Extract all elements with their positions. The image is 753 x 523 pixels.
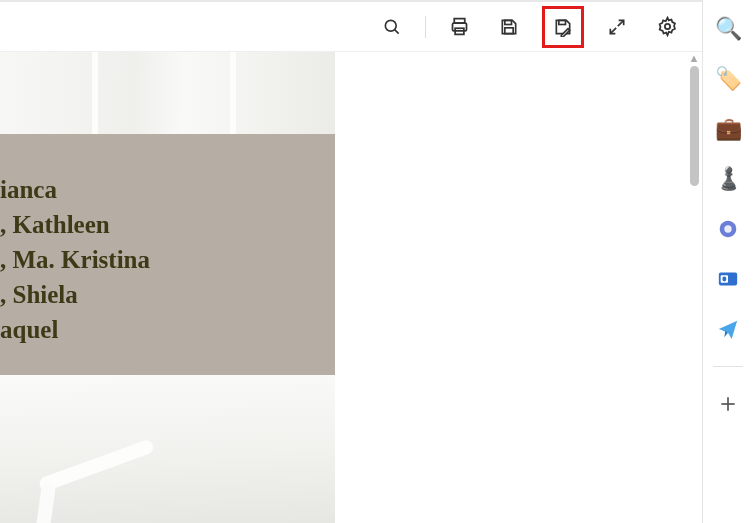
document-page-clip: ianca , Kathleen , Ma. Kristina , Shiela… [0, 52, 335, 523]
panel-divider [713, 366, 743, 367]
chess-icon: ♟️ [715, 166, 742, 192]
settings-button[interactable] [650, 10, 684, 44]
toolbar-divider [425, 16, 426, 38]
panel-pieces-tool[interactable]: ♟️ [713, 164, 743, 194]
panel-search-tool[interactable]: 🔍 [713, 14, 743, 44]
name-line: , Ma. Kristina [0, 242, 335, 277]
panel-tag-tool[interactable]: 🏷️ [713, 64, 743, 94]
vertical-scrollbar[interactable]: ▲ [688, 52, 700, 523]
slide-photo-bottom [0, 375, 335, 523]
tag-icon: 🏷️ [715, 66, 742, 92]
svg-rect-5 [505, 20, 512, 24]
right-tool-panel: 🔍 🏷️ 💼 ♟️ [702, 0, 753, 523]
document-viewport: ianca , Kathleen , Ma. Kristina , Shiela… [0, 52, 702, 523]
lamp-stem [34, 482, 56, 523]
name-line: aquel [0, 312, 335, 347]
slide-photo-top [0, 52, 335, 134]
save-edit-icon [553, 17, 573, 37]
outlook-icon [717, 268, 739, 290]
svg-point-10 [664, 24, 669, 29]
svg-line-1 [395, 29, 399, 33]
copilot-icon [717, 218, 739, 240]
svg-rect-6 [505, 27, 513, 33]
panel-briefcase-tool[interactable]: 💼 [713, 114, 743, 144]
search-button[interactable] [375, 10, 409, 44]
plus-icon [718, 394, 738, 414]
svg-line-8 [618, 20, 624, 26]
save-button[interactable] [492, 10, 526, 44]
svg-point-0 [385, 20, 396, 31]
panel-add-button[interactable] [713, 389, 743, 419]
highlighted-save-edit [542, 6, 584, 48]
lamp-arm [38, 438, 156, 492]
svg-rect-7 [559, 20, 566, 24]
name-line: , Shiela [0, 277, 335, 312]
fullscreen-button[interactable] [600, 10, 634, 44]
magnifier-icon: 🔍 [715, 16, 742, 42]
save-icon [499, 17, 519, 37]
scroll-thumb[interactable] [690, 66, 699, 186]
print-button[interactable] [442, 10, 476, 44]
print-icon [449, 16, 470, 37]
name-line: ianca [0, 172, 335, 207]
scroll-up-arrow-icon[interactable]: ▲ [688, 52, 700, 64]
save-edit-button[interactable] [546, 10, 580, 44]
panel-outlook-tool[interactable] [713, 264, 743, 294]
top-toolbar [0, 2, 702, 52]
svg-point-13 [722, 277, 726, 282]
names-text-block: ianca , Kathleen , Ma. Kristina , Shiela… [0, 134, 335, 375]
app-root: ianca , Kathleen , Ma. Kristina , Shiela… [0, 0, 753, 523]
briefcase-icon: 💼 [715, 116, 742, 142]
main-area: ianca , Kathleen , Ma. Kristina , Shiela… [0, 0, 702, 523]
paper-plane-icon [717, 318, 739, 340]
panel-copilot-tool[interactable] [713, 214, 743, 244]
name-line: , Kathleen [0, 207, 335, 242]
search-icon [382, 17, 402, 37]
gear-icon [657, 16, 678, 37]
panel-send-tool[interactable] [713, 314, 743, 344]
expand-icon [607, 17, 627, 37]
svg-line-9 [610, 27, 616, 33]
